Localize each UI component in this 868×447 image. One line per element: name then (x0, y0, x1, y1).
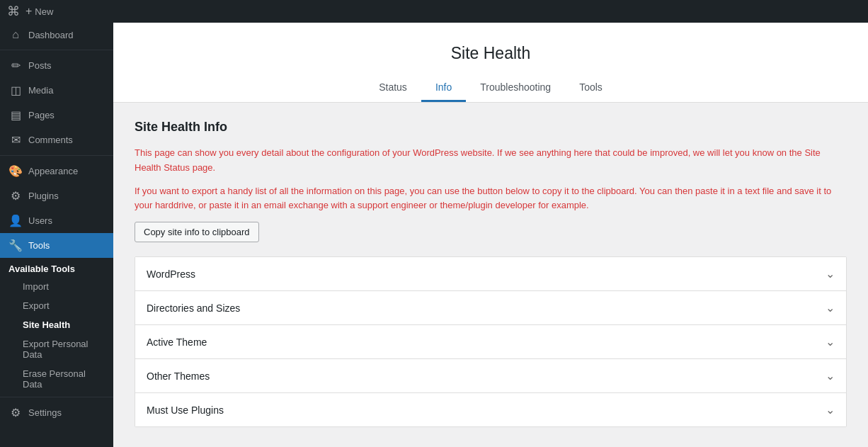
sidebar-item-plugins[interactable]: ⚙ Plugins (0, 183, 113, 208)
comments-icon: ✉ (8, 133, 23, 147)
chevron-down-icon-directories: ⌄ (826, 301, 835, 315)
submenu-site-health[interactable]: Site Health (0, 315, 113, 334)
copy-site-info-button[interactable]: Copy site info to clipboard (135, 222, 259, 242)
plugins-icon: ⚙ (8, 189, 23, 203)
accordion-item-active-theme: Active Theme ⌄ (135, 324, 846, 358)
sidebar-label-comments: Comments (28, 135, 73, 145)
sidebar-divider-3 (0, 397, 113, 397)
sidebar-label-users: Users (28, 215, 52, 226)
accordion-label-directories: Directories and Sizes (147, 302, 240, 314)
appearance-icon: 🎨 (8, 164, 23, 178)
pages-icon: ▤ (8, 108, 23, 122)
main-content: Site Health Status Info Troubleshooting … (113, 23, 868, 447)
info-paragraph-1: This page can show you every detail abou… (135, 146, 847, 176)
accordion-header-must-use-plugins[interactable]: Must Use Plugins ⌄ (135, 393, 846, 426)
tools-icon: 🔧 (8, 239, 23, 252)
submenu-heading: Available Tools (0, 258, 113, 277)
tab-troubleshooting[interactable]: Troubleshooting (466, 74, 565, 102)
sidebar-item-posts[interactable]: ✏ Posts (0, 53, 113, 78)
submenu-import[interactable]: Import (0, 277, 113, 296)
section-title: Site Health Info (135, 120, 847, 135)
new-label: New (35, 6, 53, 17)
submenu-export[interactable]: Export (0, 296, 113, 315)
chevron-down-icon-active-theme: ⌄ (826, 335, 835, 349)
sidebar-divider-1 (0, 50, 113, 50)
chevron-down-icon-wordpress: ⌄ (826, 267, 835, 281)
accordion-header-active-theme[interactable]: Active Theme ⌄ (135, 325, 846, 358)
sidebar-item-pages[interactable]: ▤ Pages (0, 103, 113, 128)
sidebar-label-pages: Pages (28, 110, 55, 120)
sidebar-label-dashboard: Dashboard (28, 30, 74, 40)
dashboard-icon: ⌂ (8, 28, 23, 41)
sidebar-label-tools: Tools (28, 240, 50, 251)
accordion-label-wordpress: WordPress (147, 268, 195, 280)
sidebar-item-settings[interactable]: ⚙ Settings (0, 400, 113, 425)
accordion-item-other-themes: Other Themes ⌄ (135, 358, 846, 392)
plus-icon: + (25, 5, 32, 18)
accordion-item-must-use-plugins: Must Use Plugins ⌄ (135, 392, 846, 426)
tab-status[interactable]: Status (365, 74, 421, 102)
accordion-label-must-use-plugins: Must Use Plugins (147, 404, 224, 416)
sidebar-label-media: Media (28, 85, 53, 96)
chevron-down-icon-must-use-plugins: ⌄ (826, 403, 835, 417)
page-header: Site Health Status Info Troubleshooting … (113, 23, 868, 103)
accordion-item-wordpress: WordPress ⌄ (135, 257, 846, 290)
submenu-erase-personal[interactable]: Erase Personal Data (0, 364, 113, 394)
sidebar-item-appearance[interactable]: 🎨 Appearance (0, 159, 113, 183)
sidebar: ⌂ Dashboard ✏ Posts ◫ Media ▤ Pages ✉ Co… (0, 23, 113, 447)
sidebar-item-users[interactable]: 👤 Users (0, 208, 113, 233)
accordion-header-other-themes[interactable]: Other Themes ⌄ (135, 359, 846, 392)
accordion-label-other-themes: Other Themes (147, 370, 210, 382)
new-menu-item[interactable]: + New (25, 5, 53, 18)
wp-logo-icon[interactable]: ⌘ (7, 4, 20, 19)
page-title-wrap: Site Health (113, 37, 868, 74)
chevron-down-icon-other-themes: ⌄ (826, 369, 835, 383)
accordion-header-wordpress[interactable]: WordPress ⌄ (135, 257, 846, 290)
accordion-label-active-theme: Active Theme (147, 336, 207, 348)
content-area: Site Health Info This page can show you … (113, 103, 868, 444)
users-icon: 👤 (8, 214, 23, 227)
accordion-header-directories[interactable]: Directories and Sizes ⌄ (135, 291, 846, 324)
sidebar-label-appearance: Appearance (28, 166, 78, 176)
sidebar-divider-2 (0, 155, 113, 156)
sidebar-item-tools[interactable]: 🔧 Tools (0, 233, 113, 258)
tab-tools[interactable]: Tools (565, 74, 617, 102)
sidebar-item-dashboard[interactable]: ⌂ Dashboard (0, 23, 113, 47)
tab-info[interactable]: Info (421, 74, 466, 102)
accordion-item-directories: Directories and Sizes ⌄ (135, 290, 846, 324)
sidebar-item-media[interactable]: ◫ Media (0, 78, 113, 103)
settings-icon: ⚙ (8, 406, 23, 419)
posts-icon: ✏ (8, 59, 23, 72)
tabs-nav: Status Info Troubleshooting Tools (113, 74, 868, 102)
sidebar-label-posts: Posts (28, 60, 52, 71)
page-title: Site Health (113, 44, 868, 63)
sidebar-label-plugins: Plugins (28, 191, 59, 201)
sidebar-label-settings: Settings (28, 407, 62, 418)
accordion: WordPress ⌄ Directories and Sizes ⌄ Acti… (135, 256, 847, 427)
submenu-export-personal[interactable]: Export Personal Data (0, 334, 113, 364)
media-icon: ◫ (8, 84, 23, 97)
tools-submenu: Available Tools Import Export Site Healt… (0, 258, 113, 394)
info-paragraph-2: If you want to export a handy list of al… (135, 184, 847, 214)
sidebar-item-comments[interactable]: ✉ Comments (0, 128, 113, 152)
topbar: ⌘ + New (0, 0, 868, 23)
